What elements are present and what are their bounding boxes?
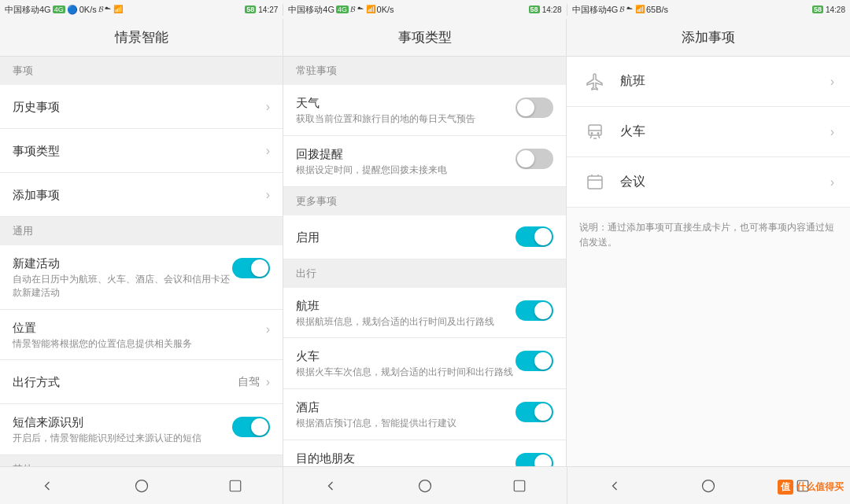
time-1: 14:27 <box>258 6 278 14</box>
item-subtitle-callback: 根据设定时间，提醒您回拨未接来电 <box>296 164 516 177</box>
home-button-2[interactable] <box>409 470 441 502</box>
battery-1: 58 <box>245 6 256 13</box>
list-item-travel-mode[interactable]: 出行方式 自驾 › <box>0 360 283 404</box>
nav-segment-1 <box>0 467 283 504</box>
list-item-type[interactable]: 事项类型 › <box>0 129 283 173</box>
status-segment-2: 中国移动4G 4G 𝓑 ☁ 📶 0K/s 58 14:28 <box>283 4 567 16</box>
panel-situation: 情景智能 事项 历史事项 › 事项类型 › <box>0 19 283 466</box>
watermark-logo: 值 <box>778 480 793 495</box>
panel3-label-meeting: 会议 <box>620 174 830 190</box>
toggle-enable[interactable] <box>516 226 553 247</box>
panel3-note: 说明：通过添加事项可直接生成卡片，也可将事项内容通过短信发送。 <box>567 208 850 263</box>
panel3-title: 添加事项 <box>567 19 850 57</box>
speed-2: 0K/s <box>377 5 394 14</box>
back-button-3[interactable] <box>599 470 630 502</box>
toggle-flight[interactable] <box>516 300 553 321</box>
svg-point-1 <box>591 132 593 134</box>
item-subtitle-train: 根据火车车次信息，规划合适的出行时间和出行路线 <box>296 366 516 379</box>
item-subtitle-sms: 开启后，情景智能能识别经过来源认证的短信 <box>13 432 232 445</box>
list-item-hotel[interactable]: 酒店 根据酒店预订信息，智能提供出行建议 <box>283 389 566 440</box>
panel3-item-flight[interactable]: 航班 › <box>567 57 850 107</box>
item-title-new-activity: 新建活动 <box>13 255 232 271</box>
toggle-new-activity[interactable] <box>232 258 270 278</box>
panel-item-types: 事项类型 常驻事项 天气 获取当前位置和旅行目的地的每日天气预告 <box>283 19 567 466</box>
svg-point-2 <box>597 132 599 134</box>
panel3-body: 航班 › 火车 › <box>567 57 850 466</box>
battery-3: 58 <box>812 6 823 13</box>
home-button-3[interactable] <box>693 470 724 502</box>
panel3-item-meeting[interactable]: 会议 › <box>567 157 850 208</box>
travel-mode-value: 自驾 <box>238 375 260 389</box>
toggle-weather[interactable] <box>516 97 553 118</box>
back-button-2[interactable] <box>315 470 346 502</box>
chevron-travel-mode: › <box>266 375 270 389</box>
list-item-destination-friends[interactable]: 目的地朋友 根据出行计划，向您推荐目的地朋友 <box>283 440 566 466</box>
item-title-history: 历史事项 <box>13 98 266 115</box>
carrier-1: 中国移动4G <box>5 4 51 16</box>
recent-button-1[interactable] <box>220 470 251 502</box>
plane-icon <box>582 69 608 94</box>
item-title-dest-friends: 目的地朋友 <box>296 450 516 466</box>
list-item-history[interactable]: 历史事项 › <box>0 85 283 129</box>
item-title-weather: 天气 <box>296 94 516 111</box>
toggle-dest-friends[interactable] <box>516 453 553 466</box>
panel3-label-train: 火车 <box>620 123 830 140</box>
item-title-travel-mode: 出行方式 <box>13 373 238 390</box>
list-item-add[interactable]: 添加事项 › <box>0 173 283 217</box>
toggle-sms[interactable] <box>232 417 270 437</box>
list-item-enable[interactable]: 启用 <box>283 215 566 259</box>
item-title-train: 火车 <box>296 348 516 364</box>
list-item-weather[interactable]: 天气 获取当前位置和旅行目的地的每日天气预告 <box>283 85 566 136</box>
chevron-location: › <box>266 322 270 337</box>
svg-point-8 <box>703 480 715 491</box>
carrier-2: 中国移动4G <box>288 4 334 16</box>
item-title-sms: 短信来源识别 <box>13 414 232 430</box>
panel3-chevron-meeting: › <box>830 175 834 189</box>
list-item-location[interactable]: 位置 情景智能将根据您的位置信息提供相关服务 › <box>0 310 283 361</box>
section-travel: 出行 <box>283 259 566 288</box>
panel1-body: 事项 历史事项 › 事项类型 › <box>0 57 283 466</box>
item-subtitle-location: 情景智能将根据您的位置信息提供相关服务 <box>13 337 266 351</box>
list-item-new-activity[interactable]: 新建活动 自动在日历中为航班、火车、酒店、会议和信用卡还款新建活动 <box>0 245 283 310</box>
main-content: 情景智能 事项 历史事项 › 事项类型 › <box>0 19 850 466</box>
nav-segment-2 <box>283 467 567 504</box>
toggle-train[interactable] <box>516 351 553 371</box>
chevron-add: › <box>266 188 270 202</box>
recent-button-2[interactable] <box>504 470 535 502</box>
panel3-item-train[interactable]: 火车 › <box>567 107 850 157</box>
panel1-title: 情景智能 <box>0 19 283 57</box>
list-item-flight[interactable]: 航班 根据航班信息，规划合适的出行时间及出行路线 <box>283 288 566 339</box>
section-permanent: 常驻事项 <box>283 57 566 85</box>
panel2-body: 常驻事项 天气 获取当前位置和旅行目的地的每日天气预告 回拨提醒 根据设 <box>283 57 566 466</box>
item-subtitle-flight: 根据航班信息，规划合适的出行时间及出行路线 <box>296 315 516 329</box>
item-subtitle-weather: 获取当前位置和旅行目的地的每日天气预告 <box>296 112 516 126</box>
svg-rect-3 <box>588 176 602 189</box>
chevron-type: › <box>266 144 270 158</box>
chevron-history: › <box>266 100 270 114</box>
list-item-callback[interactable]: 回拨提醒 根据设定时间，提醒您回拨未接来电 <box>283 136 566 187</box>
panel2-title: 事项类型 <box>283 19 566 57</box>
speed-3: 65B/s <box>646 5 668 14</box>
svg-point-6 <box>419 480 431 491</box>
watermark-text: 什么值得买 <box>796 480 844 494</box>
section-header-other: 其他 <box>0 455 283 466</box>
list-item-train[interactable]: 火车 根据火车车次信息，规划合适的出行时间和出行路线 <box>283 338 566 389</box>
back-button-1[interactable] <box>31 470 63 502</box>
nav-bar: 值 什么值得买 <box>0 466 850 504</box>
toggle-hotel[interactable] <box>516 402 553 422</box>
item-title-add: 添加事项 <box>13 186 266 203</box>
section-header-items: 事项 <box>0 57 283 85</box>
list-item-sms[interactable]: 短信来源识别 开启后，情景智能能识别经过来源认证的短信 <box>0 404 283 455</box>
item-title-type: 事项类型 <box>13 142 266 159</box>
item-subtitle-new-activity: 自动在日历中为航班、火车、酒店、会议和信用卡还款新建活动 <box>13 273 232 300</box>
item-title-hotel: 酒店 <box>296 399 516 415</box>
item-subtitle-hotel: 根据酒店预订信息，智能提供出行建议 <box>296 417 516 430</box>
panel3-chevron-train: › <box>830 125 834 139</box>
panel3-label-flight: 航班 <box>620 73 830 90</box>
item-title-location: 位置 <box>13 319 266 336</box>
battery-2: 58 <box>529 6 540 13</box>
home-button-1[interactable] <box>126 470 157 502</box>
toggle-callback[interactable] <box>516 149 553 169</box>
4g-icon-1: 4G <box>53 6 65 13</box>
carrier-3: 中国移动4G <box>572 4 619 16</box>
